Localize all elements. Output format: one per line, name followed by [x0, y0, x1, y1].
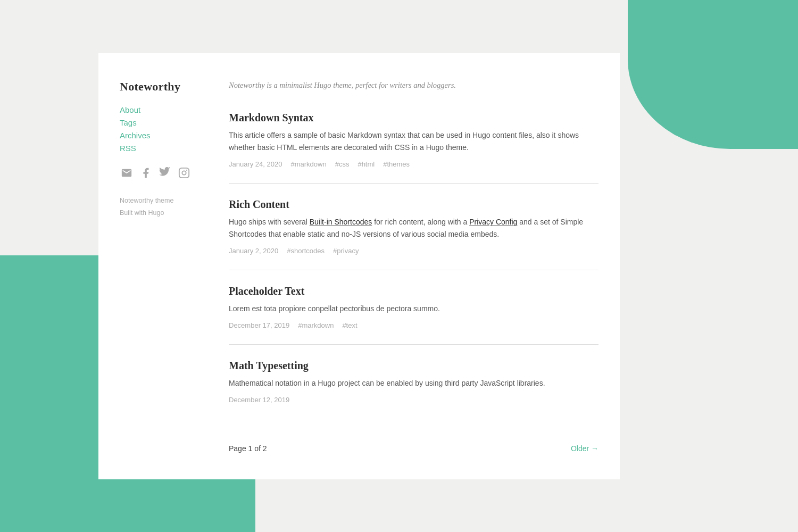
- post-list: Markdown Syntax This article offers a sa…: [229, 112, 598, 419]
- built-in-shortcodes-link[interactable]: Built-in Shortcodes: [310, 218, 372, 226]
- main-card: Noteworthy About Tags Archives RSS: [98, 53, 620, 479]
- post-tag: #html: [358, 160, 375, 168]
- post-tag: #markdown: [298, 321, 334, 329]
- blob-top-right: [628, 0, 798, 149]
- sidebar: Noteworthy About Tags Archives RSS: [120, 80, 213, 453]
- nav-link-archives[interactable]: Archives: [120, 131, 151, 140]
- post-title-link[interactable]: Markdown Syntax: [229, 112, 313, 123]
- post-meta: January 2, 2020 #shortcodes #privacy: [229, 247, 598, 255]
- post-title-link[interactable]: Rich Content: [229, 198, 289, 210]
- email-icon[interactable]: [120, 166, 134, 180]
- main-content: Noteworthy is a minimalist Hugo theme, p…: [213, 80, 598, 453]
- post-item: Math Typesetting Mathematical notation i…: [229, 360, 598, 419]
- post-title: Placeholder Text: [229, 285, 598, 297]
- post-meta: January 24, 2020 #markdown #css #html #t…: [229, 160, 598, 168]
- post-item: Rich Content Hugo ships with several Bui…: [229, 198, 598, 270]
- post-excerpt: Lorem est tota propiore conpellat pector…: [229, 303, 598, 315]
- pagination: Page 1 of 2 Older →: [229, 434, 598, 453]
- post-excerpt: Mathematical notation in a Hugo project …: [229, 377, 598, 389]
- twitter-icon[interactable]: [158, 166, 172, 180]
- post-item: Placeholder Text Lorem est tota propiore…: [229, 285, 598, 345]
- nav-link-about[interactable]: About: [120, 105, 140, 114]
- post-title: Math Typesetting: [229, 360, 598, 372]
- post-tag: #shortcodes: [287, 247, 325, 255]
- nav-list: About Tags Archives RSS: [120, 105, 202, 153]
- nav-item-about[interactable]: About: [120, 105, 202, 115]
- theme-note: Noteworthy theme: [120, 195, 202, 207]
- post-tag: #themes: [383, 160, 410, 168]
- post-tag: #text: [342, 321, 357, 329]
- nav-link-tags[interactable]: Tags: [120, 118, 137, 127]
- svg-rect-0: [179, 168, 189, 178]
- nav-item-rss[interactable]: RSS: [120, 144, 202, 153]
- svg-point-2: [186, 170, 187, 171]
- post-date: January 24, 2020: [229, 160, 282, 168]
- post-tag: #markdown: [290, 160, 326, 168]
- post-excerpt: This article offers a sample of basic Ma…: [229, 129, 598, 154]
- instagram-icon[interactable]: [177, 166, 191, 180]
- post-meta: December 12, 2019: [229, 396, 598, 404]
- nav-link-rss[interactable]: RSS: [120, 144, 136, 153]
- post-title-link[interactable]: Math Typesetting: [229, 360, 309, 371]
- post-excerpt: Hugo ships with several Built-in Shortco…: [229, 216, 598, 240]
- post-date: December 17, 2019: [229, 321, 289, 329]
- post-date: December 12, 2019: [229, 396, 289, 404]
- post-date: January 2, 2020: [229, 247, 278, 255]
- post-tag: #css: [335, 160, 350, 168]
- post-item: Markdown Syntax This article offers a sa…: [229, 112, 598, 184]
- post-title: Rich Content: [229, 198, 598, 211]
- svg-point-1: [182, 171, 186, 174]
- post-title: Markdown Syntax: [229, 112, 598, 124]
- post-tag: #privacy: [333, 247, 359, 255]
- nav-item-archives[interactable]: Archives: [120, 131, 202, 140]
- built-note: Built with Hugo: [120, 207, 202, 219]
- site-tagline: Noteworthy is a minimalist Hugo theme, p…: [229, 80, 598, 92]
- site-title: Noteworthy: [120, 80, 202, 94]
- pagination-info: Page 1 of 2: [229, 444, 267, 453]
- privacy-config-link[interactable]: Privacy Config: [469, 218, 517, 226]
- post-title-link[interactable]: Placeholder Text: [229, 285, 304, 297]
- post-meta: December 17, 2019 #markdown #text: [229, 321, 598, 329]
- pagination-older-link[interactable]: Older →: [571, 444, 598, 453]
- footer-notes: Noteworthy theme Built with Hugo: [120, 195, 202, 219]
- nav-item-tags[interactable]: Tags: [120, 118, 202, 128]
- social-icons: [120, 166, 202, 180]
- facebook-icon[interactable]: [139, 166, 153, 180]
